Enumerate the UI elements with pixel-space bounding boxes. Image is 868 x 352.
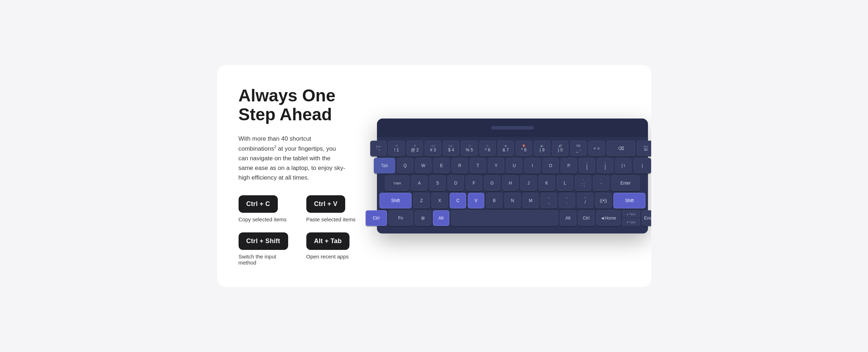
nav-cluster: ▲ PgUp ▼ PgDn	[622, 210, 640, 226]
key-h[interactable]: H	[502, 175, 519, 191]
key-7[interactable]: ■ & 7	[497, 141, 514, 156]
key-l[interactable]: L	[557, 175, 573, 191]
shortcut-alt-tab: Alt + Tab Open recent apps	[306, 232, 360, 266]
key-6[interactable]: ▷ ^ 6	[479, 141, 496, 156]
row-asdf: Caps A S D F G H J K L " : ; "	[382, 175, 643, 191]
key-home[interactable]: ◄Home	[596, 210, 621, 226]
key-period[interactable]: > .	[559, 193, 575, 208]
keyboard-image: Esc ` ~ ☀ ! 1 ☀ @ 2 ◁◁ # 3	[377, 119, 648, 233]
key-badge-ctrl-c: Ctrl + C	[239, 195, 278, 213]
key-end[interactable]: End ►	[642, 210, 651, 226]
key-e[interactable]: E	[433, 158, 450, 174]
key-r[interactable]: R	[451, 158, 468, 174]
key-8[interactable]: 🔇 * 8	[516, 141, 532, 156]
shortcut-label-ctrl-v: Paste selected items	[306, 216, 356, 222]
key-badge-ctrl-v: Ctrl + V	[306, 195, 346, 213]
key-b[interactable]: B	[486, 193, 502, 208]
row-zxcv: Shift Z X C V B N M < , > .	[382, 193, 643, 208]
key-v[interactable]: V	[468, 193, 484, 208]
key-c[interactable]: C	[450, 193, 466, 208]
key-shift-right[interactable]: Shift	[613, 193, 645, 208]
key-fn[interactable]: Fn	[389, 210, 413, 226]
key-badge-alt-tab: Alt + Tab	[306, 232, 350, 250]
right-section: Esc ` ~ ☀ ! 1 ☀ @ 2 ◁◁ # 3	[374, 119, 651, 233]
shortcut-ctrl-shift: Ctrl + Shift Switch the input method	[239, 232, 292, 266]
key-5[interactable]: ◁ % 5	[461, 141, 478, 156]
key-shift-left[interactable]: Shift	[379, 193, 412, 208]
shortcut-ctrl-c: Ctrl + C Copy selected items	[239, 195, 292, 222]
key-ctrl-left[interactable]: Ctrl	[366, 210, 387, 226]
shortcut-ctrl-v: Ctrl + V Paste selected items	[306, 195, 360, 222]
key-d[interactable]: D	[448, 175, 464, 191]
key-backslash[interactable]: | \	[615, 158, 632, 174]
key-p[interactable]: P	[561, 158, 577, 174]
key-pgup[interactable]: ▲ PgUp	[622, 210, 640, 217]
key-pgdn[interactable]: ▼ PgDn	[622, 218, 640, 226]
key-z[interactable]: Z	[413, 193, 430, 208]
page-container: Always One Step Ahead With more than 40 …	[217, 65, 651, 287]
key-ctrl-right[interactable]: Ctrl	[578, 210, 594, 226]
key-quote[interactable]: " '	[593, 175, 609, 191]
row-function: Esc ` ~ ☀ ! 1 ☀ @ 2 ◁◁ # 3	[382, 141, 643, 156]
key-windows[interactable]: ⊞	[415, 210, 431, 226]
key-semicolon[interactable]: " : ;	[575, 175, 591, 191]
key-1[interactable]: ☀ ! 1	[388, 141, 405, 156]
key-minus[interactable]: ⌨ _ -	[570, 141, 587, 156]
keyboard-top-bar	[377, 119, 648, 137]
key-alt-right[interactable]: Alt	[560, 210, 576, 226]
key-j[interactable]: J	[520, 175, 537, 191]
key-y[interactable]: Y	[488, 158, 504, 174]
key-wireless[interactable]: ((•))	[595, 193, 612, 208]
key-slash[interactable]: ? /	[577, 193, 593, 208]
subtitle: With more than 40 shortcut combinations2…	[239, 134, 346, 182]
key-esc[interactable]: Esc ` ~	[370, 141, 387, 156]
key-lbracket[interactable]: { [	[579, 158, 595, 174]
main-title: Always One Step Ahead	[239, 86, 360, 124]
key-badge-ctrl-shift: Ctrl + Shift	[239, 232, 288, 250]
shortcut-label-ctrl-shift: Switch the input method	[239, 253, 292, 266]
key-backspace[interactable]: ⌫	[607, 141, 635, 156]
keyboard-ridge	[491, 126, 534, 130]
key-alt-left[interactable]: Alt	[433, 210, 449, 226]
key-o[interactable]: O	[542, 158, 559, 174]
key-caps[interactable]: Caps	[385, 175, 409, 191]
key-2[interactable]: ☀ @ 2	[407, 141, 423, 156]
key-comma[interactable]: < ,	[541, 193, 557, 208]
key-equals[interactable]: + =	[588, 141, 605, 156]
key-f[interactable]: F	[466, 175, 482, 191]
key-w[interactable]: W	[415, 158, 432, 174]
key-t[interactable]: T	[470, 158, 486, 174]
shortcut-label-alt-tab: Open recent apps	[306, 253, 349, 260]
key-m[interactable]: M	[522, 193, 539, 208]
left-section: Always One Step Ahead With more than 40 …	[239, 86, 360, 266]
key-space[interactable]	[451, 210, 558, 226]
row-qwerty: Tab Q W E R T Y U I O P { [	[382, 158, 643, 174]
key-k[interactable]: K	[538, 175, 555, 191]
key-tab[interactable]: Tab	[374, 158, 395, 174]
key-i[interactable]: I	[524, 158, 541, 174]
key-g[interactable]: G	[484, 175, 500, 191]
key-n[interactable]: N	[504, 193, 521, 208]
key-del[interactable]: Del ⌦	[637, 141, 651, 156]
key-u[interactable]: U	[506, 158, 522, 174]
key-s[interactable]: S	[429, 175, 446, 191]
shortcut-label-ctrl-c: Copy selected items	[239, 216, 287, 222]
keyboard-body: Esc ` ~ ☀ ! 1 ☀ @ 2 ◁◁ # 3	[377, 137, 648, 233]
key-3[interactable]: ◁◁ # 3	[425, 141, 441, 156]
shortcuts-grid: Ctrl + C Copy selected items Ctrl + V Pa…	[239, 195, 360, 266]
key-a[interactable]: A	[411, 175, 428, 191]
row-bottom: Ctrl Fn ⊞ Alt Alt	[382, 210, 643, 226]
key-x[interactable]: X	[432, 193, 448, 208]
key-enter[interactable]: Enter	[611, 175, 640, 191]
key-rbracket[interactable]: } ]	[597, 158, 613, 174]
key-q[interactable]: Q	[397, 158, 413, 174]
key-9[interactable]: 🔉 ( 9	[534, 141, 550, 156]
key-4[interactable]: ▷▷ $ 4	[443, 141, 459, 156]
key-0[interactable]: 🔊 ) 0	[552, 141, 568, 156]
key-del2[interactable]: |	[633, 158, 651, 174]
